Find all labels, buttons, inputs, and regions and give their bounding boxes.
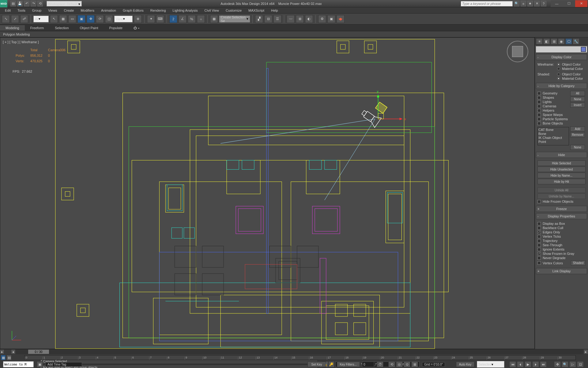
check-see-through[interactable] <box>537 243 541 247</box>
time-slider[interactable]: 0 / 30 <box>16 349 583 354</box>
menu-group[interactable]: Group <box>29 8 45 13</box>
nav-orbit-icon[interactable]: ⟲ <box>388 361 395 367</box>
link-icon[interactable]: ⟲ <box>37 1 43 6</box>
star-icon[interactable]: ★ <box>527 1 533 6</box>
ribbon-tab-populate[interactable]: Populate <box>104 25 128 31</box>
align-icon[interactable]: ⊟ <box>264 15 272 23</box>
comm-icon[interactable]: ≡ <box>521 1 526 6</box>
maximize-button[interactable]: ☐ <box>563 0 575 7</box>
minimize-button[interactable]: — <box>551 0 563 7</box>
isolate-icon[interactable]: ▣ <box>37 361 43 367</box>
select-link-icon[interactable]: ⤡ <box>2 15 10 23</box>
nav-zext-icon[interactable]: ⊡ <box>577 361 584 367</box>
filter-combo[interactable]: All ▾ <box>33 16 49 22</box>
hide-unhide-by-name---[interactable]: Unhide by Name... <box>537 194 586 199</box>
rollout-hide[interactable]: -Hide <box>536 152 587 158</box>
help-icon[interactable]: ? <box>541 1 546 6</box>
check-cameras[interactable] <box>537 105 541 108</box>
slider-left[interactable]: ◂ <box>11 349 15 354</box>
check-helpers[interactable] <box>537 109 541 112</box>
nav-zoom-icon[interactable]: 🔍 <box>562 361 568 367</box>
check-vertex-colors[interactable] <box>537 261 541 265</box>
pivot-icon[interactable]: ⊕ <box>134 15 142 23</box>
name-select-icon[interactable]: ▦ <box>59 15 67 23</box>
goto-end-icon[interactable]: ⏭ <box>540 361 547 367</box>
ribbon-tab-selection[interactable]: Selection <box>49 25 74 31</box>
nav-dolly-icon[interactable]: ◎ <box>396 361 403 367</box>
hidecat-side-none[interactable]: None <box>570 145 585 150</box>
close-button[interactable]: ✕ <box>575 0 587 7</box>
menu-animation[interactable]: Animation <box>98 8 119 13</box>
rollout-display-props[interactable]: -Display Properties <box>536 213 587 219</box>
key-icon[interactable]: 🔑 <box>328 361 334 367</box>
help-search[interactable] <box>461 1 513 6</box>
current-frame[interactable]: 0 <box>362 362 374 367</box>
snap-2d-icon[interactable]: 2 <box>169 15 177 23</box>
hide-hide-unselected[interactable]: Hide Unselected <box>537 167 586 172</box>
nav-roll-icon[interactable]: ⊙ <box>404 361 410 367</box>
nav-max-icon[interactable]: ⊞ <box>411 361 418 367</box>
autokey-button[interactable]: Auto Key <box>456 362 474 367</box>
rollout-hide-category[interactable]: -Hide by Category <box>536 83 587 89</box>
bind-icon[interactable]: ☍ <box>20 15 28 23</box>
rollout-link-display[interactable]: +Link Display <box>536 268 587 274</box>
menu-civil-view[interactable]: Civil View <box>202 8 222 13</box>
region-rect-icon[interactable]: ▭ <box>68 15 76 23</box>
check-display-as-box[interactable] <box>537 222 541 225</box>
goto-start-icon[interactable]: ⏮ <box>509 361 516 367</box>
move-icon[interactable]: ✥ <box>87 15 95 23</box>
window-crossing-icon[interactable]: ▣ <box>77 15 85 23</box>
mirror-icon[interactable]: ▞ <box>255 15 263 23</box>
utilities-tab-icon[interactable]: 🔧 <box>573 38 579 44</box>
menu-maxscript[interactable]: MAXScript <box>245 8 267 13</box>
named-selset-combo[interactable]: Create Selection Se ▾ <box>219 16 250 22</box>
select-icon[interactable]: ↖ <box>50 15 58 23</box>
snap-percent-icon[interactable]: % <box>188 15 196 23</box>
nav-pan-icon[interactable]: ✥ <box>554 361 561 367</box>
time-ruler[interactable]: 0123456789101112131415161718192021222324… <box>24 355 576 360</box>
menu-views[interactable]: Views <box>45 8 60 13</box>
workspace-selector[interactable]: Workspace: Default ▾ <box>47 1 82 6</box>
manip-icon[interactable]: ✦ <box>147 15 155 23</box>
trackbar-mode-icon[interactable]: ▦ <box>1 355 6 360</box>
radio-sh-object[interactable] <box>557 73 560 76</box>
named-sel-icon[interactable]: ▦ <box>210 15 218 23</box>
time-thumb[interactable]: 0 / 30 <box>28 350 49 354</box>
menu-customize[interactable]: Customize <box>223 8 245 13</box>
maxscript-listener[interactable] <box>3 361 34 367</box>
menu-edit[interactable]: Edit <box>2 8 14 13</box>
radio-sh-material[interactable] <box>557 77 560 80</box>
hidecat-invert[interactable]: Invert <box>570 102 585 108</box>
radio-wf-object[interactable] <box>557 63 560 66</box>
ribbon-tab-modeling[interactable]: Modeling <box>0 25 25 31</box>
new-icon[interactable]: ▤ <box>10 1 16 6</box>
next-frame-icon[interactable]: ⏵ <box>532 361 539 367</box>
modify-tab-icon[interactable]: ◧ <box>543 38 550 44</box>
slider-right[interactable]: ▸ <box>584 349 588 354</box>
menu-rendering[interactable]: Rendering <box>147 8 169 13</box>
menu-create[interactable]: Create <box>61 8 77 13</box>
check-geometry[interactable] <box>537 92 541 95</box>
ribbon-toggle-icon[interactable]: ⏻ ▾ <box>128 25 145 31</box>
hidecat-listbox[interactable]: CAT BoneBoneIK Chain ObjectPoint <box>537 127 569 145</box>
check-bone-objects[interactable] <box>537 122 541 125</box>
motion-tab-icon[interactable]: ◉ <box>558 38 565 44</box>
check-particle-systems[interactable] <box>537 117 541 121</box>
schematic-icon[interactable]: ⊞ <box>296 15 304 23</box>
check-shapes[interactable] <box>537 96 541 99</box>
viewport[interactable]: [ + ] [ Top ] [ Wireframe ] TotalCamera0… <box>0 37 535 349</box>
play-icon[interactable]: ▶ <box>525 361 531 367</box>
scale-icon[interactable]: ◫ <box>105 15 113 23</box>
slider-prev[interactable]: ▸ <box>0 349 4 354</box>
hide-unhide-all[interactable]: Unhide All <box>537 187 586 193</box>
time-config-icon[interactable]: ⏱ <box>377 361 383 367</box>
rollout-display-color[interactable]: -Display Color <box>536 54 587 60</box>
radio-wf-material[interactable] <box>557 67 560 70</box>
curve-editor-icon[interactable]: 〰 <box>287 15 295 23</box>
trackbar-filter-icon[interactable]: ▤ <box>6 355 12 360</box>
rotate-icon[interactable]: ⟳ <box>96 15 104 23</box>
hide-hide-selected[interactable]: Hide Selected <box>537 160 586 166</box>
time-tag[interactable]: Add Time Tag <box>45 362 82 367</box>
menu-graph-editors[interactable]: Graph Editors <box>120 8 147 13</box>
check-ignore-extents[interactable] <box>537 248 541 251</box>
